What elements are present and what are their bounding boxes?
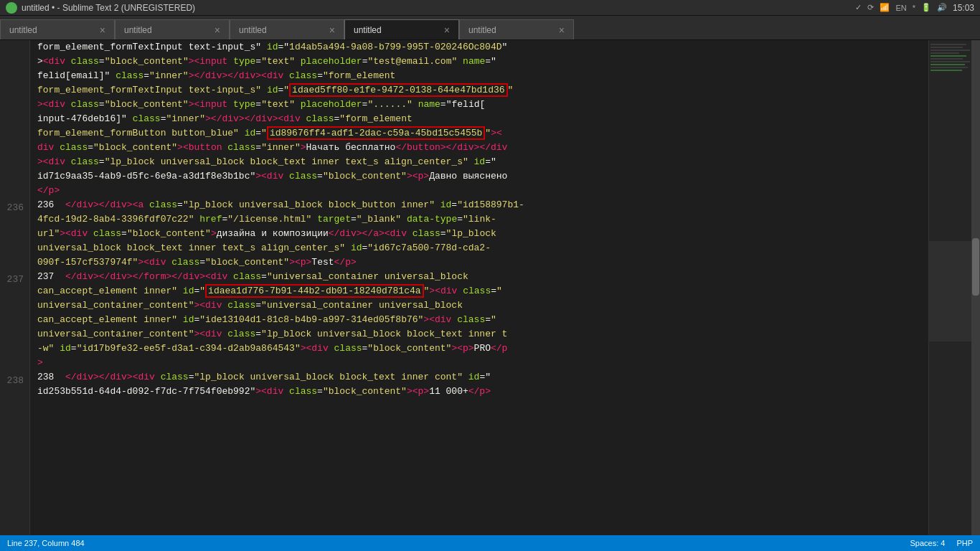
tab-1[interactable]: untitled × xyxy=(0,19,115,39)
svg-rect-9 xyxy=(930,67,968,68)
status-bar: Line 237, Column 484 Spaces: 4 PHP xyxy=(0,535,980,551)
line-num-blank17 xyxy=(6,345,24,359)
svg-rect-3 xyxy=(930,50,970,51)
line-num-blank4 xyxy=(6,128,24,143)
tab-2-close[interactable]: × xyxy=(215,25,220,35)
line-num-blank10 xyxy=(6,230,24,244)
line-num-234 xyxy=(6,56,24,70)
language-mode: PHP xyxy=(956,539,973,547)
svg-rect-1 xyxy=(930,44,966,45)
scrollbar[interactable] xyxy=(971,40,980,535)
line-num-blank18 xyxy=(6,359,24,374)
spaces-info: Spaces: 4 xyxy=(910,539,945,547)
code-content[interactable]: form_element_formTextInput text-input_s"… xyxy=(30,40,928,535)
status-left: Line 237, Column 484 xyxy=(7,539,85,547)
line-num-blank5 xyxy=(6,143,24,157)
line-num-blank15 xyxy=(6,316,24,331)
line-num-235 xyxy=(6,70,24,85)
window-title: untitled • - Sublime Text 2 (UNREGISTERE… xyxy=(22,3,195,13)
bluetooth-icon: * xyxy=(913,4,915,12)
tab-2[interactable]: untitled × xyxy=(115,19,230,39)
line-num-blank3 xyxy=(6,114,24,128)
editor-container: 236 237 238 form_element_formTextInput t… xyxy=(0,40,980,535)
line-num-blank6 xyxy=(6,157,24,171)
line-num-237: 237 xyxy=(6,273,24,287)
line-num-blank9 xyxy=(6,215,24,230)
tab-3-label: untitled xyxy=(239,25,267,35)
title-bar: untitled • - Sublime Text 2 (UNREGISTERE… xyxy=(0,0,980,16)
line-num-blank2 xyxy=(6,100,24,114)
status-right: Spaces: 4 PHP xyxy=(910,539,973,547)
signal-icon: 📶 xyxy=(880,3,890,12)
editor-area[interactable]: form_element_formTextInput text-input_s"… xyxy=(30,40,928,535)
svg-rect-8 xyxy=(930,64,965,65)
svg-rect-10 xyxy=(930,70,962,71)
svg-rect-5 xyxy=(930,55,966,57)
svg-rect-7 xyxy=(930,61,970,62)
line-numbers: 236 237 238 xyxy=(0,40,30,535)
tab-4-label: untitled xyxy=(354,25,382,35)
battery-icon: 🔋 xyxy=(921,3,931,12)
sync-icon: ⟳ xyxy=(867,3,874,12)
title-bar-right: ✓ ⟳ 📶 EN * 🔋 🔊 15:03 xyxy=(855,3,974,13)
tab-4[interactable]: untitled × xyxy=(344,19,459,39)
line-num-236: 236 xyxy=(6,201,24,215)
line-num-blank13 xyxy=(6,287,24,301)
tab-3[interactable]: untitled × xyxy=(230,19,344,39)
volume-icon: 🔊 xyxy=(937,3,947,12)
line-num-blank7 xyxy=(6,171,24,186)
check-icon: ✓ xyxy=(855,3,862,12)
scrollbar-thumb[interactable] xyxy=(972,238,979,296)
line-num-238: 238 xyxy=(6,374,24,388)
line-num-blank16 xyxy=(6,331,24,345)
line-num-233 xyxy=(6,42,24,56)
minimap-svg xyxy=(929,40,971,535)
title-bar-left: untitled • - Sublime Text 2 (UNREGISTERE… xyxy=(6,2,195,14)
line-num-blank12 xyxy=(6,258,24,273)
tab-3-close[interactable]: × xyxy=(329,25,335,35)
line-num-blank11 xyxy=(6,244,24,258)
tab-4-close[interactable]: × xyxy=(444,25,450,35)
svg-rect-4 xyxy=(930,52,959,54)
minimap[interactable] xyxy=(928,40,971,535)
tab-5-close[interactable]: × xyxy=(559,25,565,35)
tab-1-label: untitled xyxy=(9,25,37,35)
clock: 15:03 xyxy=(953,3,974,13)
tab-5-label: untitled xyxy=(468,25,496,35)
svg-rect-11 xyxy=(929,241,971,342)
tab-bar: untitled × untitled × untitled × untitle… xyxy=(0,16,980,40)
line-num-blank8 xyxy=(6,186,24,200)
svg-rect-6 xyxy=(930,58,963,60)
tab-1-close[interactable]: × xyxy=(100,25,105,35)
line-num-blank1 xyxy=(6,85,24,99)
tab-2-label: untitled xyxy=(124,25,152,35)
cursor-position: Line 237, Column 484 xyxy=(7,539,85,547)
svg-rect-2 xyxy=(930,47,963,48)
line-num-blank14 xyxy=(6,302,24,316)
lang-icon: EN xyxy=(895,4,906,12)
tab-5[interactable]: untitled × xyxy=(459,19,574,39)
status-dot xyxy=(6,2,17,14)
line-num-blank19 xyxy=(6,388,24,402)
